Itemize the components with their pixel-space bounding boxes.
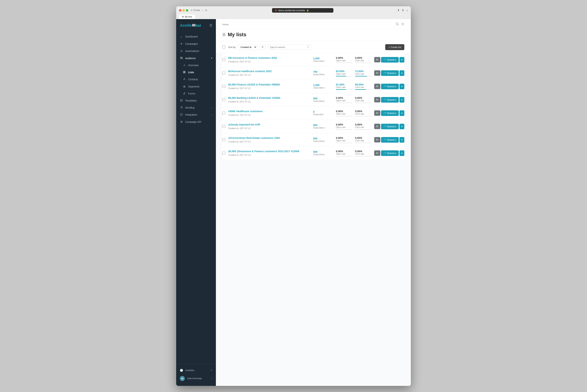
lock-icon: 🔒: [307, 9, 309, 12]
add-subscriber-button-7[interactable]: [374, 137, 380, 142]
reload-button[interactable]: ↻: [204, 8, 208, 12]
list-subscribers-1: 1,945 Subscribers: [313, 57, 333, 62]
sidebar-label-automations: Automations: [185, 50, 199, 52]
lists-icon: [183, 71, 186, 74]
statistics-button-2[interactable]: Statistics: [381, 70, 399, 76]
page-icon: 🗋: [190, 9, 193, 12]
select-all-checkbox[interactable]: [222, 46, 225, 48]
svg-point-38: [377, 86, 377, 86]
row-checkbox-2[interactable]: [222, 72, 225, 74]
sidebar-item-contacts[interactable]: Contacts: [176, 76, 216, 83]
statistics-button-1[interactable]: Statistics: [381, 57, 399, 62]
list-name-6[interactable]: @Sendy imported list #VIP: [228, 123, 310, 126]
sidebar-item-forms[interactable]: Forms: [176, 90, 216, 97]
browser-tab[interactable]: M My lists: [179, 14, 195, 19]
sidebar-item-user[interactable]: JK Jolie Kennedy ›: [176, 374, 216, 383]
filter-button[interactable]: [259, 44, 265, 50]
address-bar[interactable]: M demo.acellemail.com/lists 🔒: [272, 8, 333, 12]
search-box[interactable]: [268, 44, 311, 50]
list-name-5[interactable]: #300K Healthcare customers: [228, 110, 310, 113]
row-dropdown-button-3[interactable]: ▾: [399, 84, 404, 89]
row-checkbox-6[interactable]: [222, 125, 225, 128]
list-name-3[interactable]: 80,000 Finance LEADS & Potentials #90083: [228, 83, 310, 86]
add-subscriber-button-6[interactable]: [374, 124, 380, 129]
add-subscriber-button-2[interactable]: [374, 70, 380, 76]
row-dropdown-button-4[interactable]: ▾: [399, 97, 404, 102]
sidebar-item-activities[interactable]: 🕐 Activities ⬡: [176, 367, 216, 374]
sidebar-item-sending[interactable]: Sending ›: [176, 104, 216, 111]
sidebar-label-user: Jolie Kennedy: [187, 377, 202, 380]
row-dropdown-button-6[interactable]: ▾: [399, 124, 404, 129]
row-checkbox-5[interactable]: [222, 112, 225, 114]
list-name-2[interactable]: McKesson healthcare contacts 2022: [228, 70, 310, 73]
share-icon[interactable]: ⬆: [402, 9, 404, 12]
statistics-button-4[interactable]: Statistics: [381, 97, 399, 102]
open-rate-label-8: Open rate: [336, 153, 352, 155]
create-list-button[interactable]: + Create list: [385, 44, 404, 50]
search-input[interactable]: [270, 46, 306, 48]
statistics-button-8[interactable]: Statistics: [381, 150, 399, 156]
row-dropdown-button-8[interactable]: ▾: [399, 150, 404, 156]
sidebar-item-segments[interactable]: ⊞ Segments: [176, 83, 216, 90]
list-subscribers-7: 500 Subscribers: [313, 137, 333, 142]
sidebar-logo: Acelle✉Mail ☰: [176, 19, 216, 32]
user-arrow-icon: ›: [211, 378, 212, 380]
click-rate-stat-4: 0.00% Click rate: [355, 96, 371, 103]
sidebar-item-automations[interactable]: ⊙ Automations: [176, 48, 216, 55]
open-rate-bar-track-1: [336, 62, 352, 63]
maximize-button[interactable]: [186, 9, 188, 12]
row-checkbox-8[interactable]: [222, 152, 225, 154]
sort-select[interactable]: Created at Name Updated at: [238, 44, 257, 50]
click-rate-bar-track-7: [355, 143, 371, 143]
search-header-button[interactable]: [396, 22, 399, 26]
open-rate-label-6: Open rate: [336, 126, 352, 128]
download-icon[interactable]: ⬇: [397, 9, 400, 12]
list-name-8[interactable]: 26,000 @Insurance & Finance customers 20…: [228, 150, 310, 153]
statistics-button-3[interactable]: Statistics: [381, 84, 399, 89]
sidebar-item-lists[interactable]: Lists: [176, 69, 216, 76]
trend-icon-5: [384, 112, 386, 114]
sidebar-item-dashboard[interactable]: ⌂ Dashboard: [176, 33, 216, 40]
theme-toggle-button[interactable]: [401, 22, 404, 26]
svg-line-22: [402, 25, 402, 25]
list-item: @Sendy imported list #VIP Created at: 20…: [222, 120, 404, 133]
sidebar-item-audience[interactable]: Audience ▾: [176, 55, 216, 62]
row-dropdown-button-7[interactable]: ▾: [399, 137, 404, 143]
sidebar-item-campaign-api[interactable]: ⚙ Campaign API: [176, 118, 216, 126]
list-meta-5: Created at: 2017-07-13: [228, 114, 250, 116]
row-dropdown-button-2[interactable]: ▾: [399, 70, 404, 76]
list-name-7[interactable]: @Cornerstone Real Estate customers #293: [228, 136, 310, 140]
row-dropdown-button-1[interactable]: ▾: [399, 57, 404, 62]
row-checkbox-1[interactable]: [222, 58, 225, 61]
list-item: 80,000 Finance LEADS & Potentials #90083…: [222, 80, 404, 93]
row-checkbox-3[interactable]: [222, 85, 225, 88]
svg-rect-7: [184, 72, 185, 73]
click-rate-label-8: Click rate: [355, 153, 371, 155]
add-subscriber-button-4[interactable]: [374, 97, 380, 102]
new-tab-icon[interactable]: +: [406, 9, 408, 12]
sidebar-item-integration[interactable]: Integration ›: [176, 111, 216, 118]
row-checkbox-7[interactable]: [222, 138, 225, 141]
statistics-button-7[interactable]: Statistics: [381, 137, 399, 143]
sidebar-label-segments: Segments: [188, 85, 199, 88]
list-name-4[interactable]: 80,000 Banking LEADS & Potentials #23093: [228, 96, 310, 99]
search-icon: [307, 46, 309, 48]
sidebar-item-overview[interactable]: Overview: [176, 62, 216, 69]
row-checkbox-4[interactable]: [222, 98, 225, 101]
minimize-button[interactable]: [182, 9, 185, 12]
add-subscriber-button-5[interactable]: [374, 110, 380, 116]
private-label: Private: [193, 9, 200, 12]
statistics-button-5[interactable]: Statistics: [381, 110, 399, 116]
add-subscriber-button-1[interactable]: [374, 57, 380, 62]
close-button[interactable]: [179, 9, 181, 12]
statistics-button-6[interactable]: Statistics: [381, 124, 399, 129]
back-button[interactable]: ‹: [201, 8, 204, 12]
sidebar-item-campaigns[interactable]: ✈ Campaigns: [176, 40, 216, 48]
row-dropdown-button-5[interactable]: ▾: [399, 110, 404, 116]
list-name-1[interactable]: DB Insurance & Finance customers 2022: [228, 56, 310, 59]
add-subscriber-button-3[interactable]: [374, 84, 380, 89]
sidebar-item-templates[interactable]: Templates: [176, 97, 216, 104]
add-subscriber-button-8[interactable]: [374, 150, 380, 156]
sort-dropdown[interactable]: Created at Name Updated at: [238, 44, 257, 50]
sidebar-toggle-icon[interactable]: ☰: [209, 24, 212, 28]
